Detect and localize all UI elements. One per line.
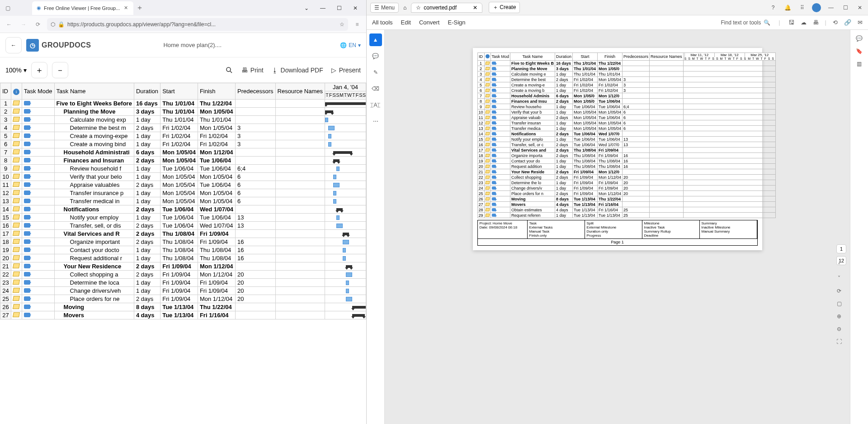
table-row[interactable]: 16Transfer, sell, or dis2 daysTue 1/06/0… [0, 222, 366, 230]
bookmark-icon[interactable]: ☆ [340, 21, 344, 28]
browser-tab[interactable]: ◉ Free Online Viewer | Free Group... ✕ [32, 1, 133, 15]
back-button[interactable]: ← [5, 37, 22, 53]
comment-tool[interactable]: 💬 [369, 50, 382, 62]
table-row[interactable]: 12Transfer insurance p1 dayMon 1/05/04Mo… [0, 189, 366, 197]
language-selector[interactable]: 🌐 EN ▾ [340, 42, 361, 48]
table-row[interactable]: 11Appraise valuables2 daysMon 1/05/04Tue… [0, 181, 366, 189]
table-row[interactable]: 19Contact your docto1 dayThu 1/08/04Thu … [0, 246, 366, 254]
eraser-tool[interactable]: ⌫ [369, 82, 382, 95]
scroll-up-icon[interactable]: ˄ [838, 262, 840, 269]
schedule-icon [492, 170, 496, 173]
table-row[interactable]: 22Collect shopping a2 daysFri 1/09/04Mon… [0, 271, 366, 279]
search-icon[interactable] [225, 66, 233, 74]
table-row[interactable]: 15Notify your employ1 dayTue 1/06/04Tue … [0, 214, 366, 222]
table-row[interactable]: 4Determine the best m2 daysFri 1/02/04Mo… [0, 124, 366, 132]
col-finish[interactable]: Finish [198, 83, 235, 100]
rotate-view-icon[interactable]: ⟳ [837, 288, 841, 294]
logo[interactable]: ◷ GROUPDOCS [26, 39, 91, 52]
col-task-mode[interactable]: Task Mode [22, 83, 54, 100]
close-window-button[interactable]: ✕ [855, 3, 864, 12]
maximize-button[interactable]: ☐ [334, 5, 344, 11]
table-row[interactable]: 2Planning the Move3 daysThu 1/01/04Mon 1… [0, 108, 366, 116]
close-icon[interactable]: ✕ [123, 5, 129, 11]
find-input[interactable]: Find text or tools 🔍 [721, 19, 771, 26]
mail-icon[interactable]: ✉ [858, 19, 863, 26]
zoom-out-button[interactable]: － [52, 62, 68, 78]
forward-button[interactable]: → [18, 19, 29, 30]
star-icon[interactable]: ☆ [416, 5, 421, 11]
apps-icon[interactable]: ⠿ [797, 3, 807, 12]
col-duration[interactable]: Duration [134, 83, 160, 100]
menu-button[interactable]: ☰ Menu [370, 3, 399, 13]
zoom-selector[interactable]: 100% ▾ [5, 67, 27, 74]
home-icon[interactable]: ⌂ [403, 5, 406, 11]
col-predecessors[interactable]: Predecessors [236, 83, 275, 100]
more-tools[interactable]: ⋯ [369, 115, 382, 128]
zoom-in-button[interactable]: ＋ [31, 62, 47, 78]
text-select-tool[interactable]: ⌶A⌶ [369, 99, 382, 111]
col-task-name[interactable]: Task Name [54, 83, 134, 100]
draw-tool[interactable]: ✎ [369, 66, 382, 79]
table-row[interactable]: 17Vital Services and R2 daysThu 1/08/04F… [0, 230, 366, 238]
close-window-button[interactable]: ✕ [350, 5, 361, 11]
fullscreen-icon[interactable]: ⛶ [836, 338, 842, 345]
tab-edit[interactable]: Edit [401, 19, 411, 26]
pdf-canvas[interactable]: ID Task Mod Task Name Duration Start Fin… [385, 30, 850, 424]
fit-page-icon[interactable]: ▢ [837, 300, 842, 307]
col-indicator[interactable]: i [11, 83, 22, 100]
table-row[interactable]: 6Create a moving bind1 dayFri 1/02/04Fri… [0, 140, 366, 148]
bell-icon[interactable]: 🔔 [783, 3, 792, 12]
table-row[interactable]: 27Movers4 daysTue 1/13/04Fri 1/16/04 [0, 311, 366, 319]
print-button[interactable]: 🖶Print [241, 67, 264, 74]
table-row[interactable]: 8Finances and Insuran2 daysMon 1/05/04Tu… [0, 157, 366, 165]
print-icon[interactable]: 🖶 [813, 19, 819, 26]
download-button[interactable]: ⭳Download PDF [272, 67, 323, 74]
table-row[interactable]: 14Notifications2 daysTue 1/06/04Wed 1/07… [0, 205, 366, 214]
present-button[interactable]: ▷Present [331, 67, 361, 74]
table-row[interactable]: 21Your New Residence2 daysFri 1/09/04Mon… [0, 262, 366, 271]
table-row[interactable]: 5Create a moving-expe1 dayFri 1/02/04Fri… [0, 132, 366, 140]
help-icon[interactable]: ? [769, 3, 778, 12]
table-row[interactable]: 7Household Administrati6 daysMon 1/05/04… [0, 148, 366, 157]
table-row[interactable]: 20Request additional r1 dayThu 1/08/04Th… [0, 254, 366, 262]
close-icon[interactable]: ✕ [473, 5, 477, 11]
reload-button[interactable]: ⟳ [33, 19, 43, 30]
table-row[interactable]: 24Change drivers/veh1 dayFri 1/09/04Fri … [0, 287, 366, 295]
zoom-in-icon[interactable]: ⊕ [837, 313, 841, 319]
tab-strip-icon[interactable]: ▢ [5, 5, 10, 11]
gantt-header-date[interactable]: Jan 4, '04 [325, 83, 366, 91]
table-row[interactable]: 9Review household f1 dayTue 1/06/04Tue 1… [0, 165, 366, 173]
create-button[interactable]: ＋ Create [489, 2, 520, 13]
comment-panel-icon[interactable]: 💬 [856, 35, 863, 42]
zoom-out-icon[interactable]: ⊖ [837, 326, 841, 332]
back-button[interactable]: ← [4, 19, 14, 30]
table-row[interactable]: 1Five to Eight Weeks Before16 daysThu 1/… [0, 100, 366, 108]
minimize-button[interactable]: — [317, 5, 328, 11]
table-row[interactable]: 26Moving8 daysTue 1/13/04Thu 1/22/04 [0, 303, 366, 311]
table-row[interactable]: 25Place orders for ne2 daysFri 1/09/04Mo… [0, 295, 366, 303]
table-row[interactable]: 10Verify that your belo1 dayMon 1/05/04M… [0, 173, 366, 181]
tab-all-tools[interactable]: All tools [372, 19, 393, 26]
table-row[interactable]: 3Calculate moving exp1 dayThu 1/01/04Thu… [0, 116, 366, 124]
scroll-down-icon[interactable]: ˅ [838, 275, 840, 281]
chevron-down-icon[interactable]: ⌄ [301, 5, 312, 11]
col-resources[interactable]: Resource Names [275, 83, 325, 100]
pages-panel-icon[interactable]: ▥ [857, 61, 862, 67]
table-row[interactable]: 23Determine the loca1 dayFri 1/09/04Fri … [0, 279, 366, 287]
table-row[interactable]: 13Transfer medical in1 dayMon 1/05/04Mon… [0, 197, 366, 205]
pdf-tab[interactable]: ☆ converted.pdf ✕ [411, 3, 482, 13]
save-icon[interactable]: 🖫 [788, 19, 794, 26]
document-viewer[interactable]: ID i Task Mode Task Name Duration Start … [0, 83, 366, 424]
tab-esign[interactable]: E-Sign [448, 19, 465, 26]
bookmark-panel-icon[interactable]: 🔖 [856, 48, 863, 54]
cloud-icon[interactable]: ☁ [801, 19, 807, 26]
col-id[interactable]: ID [0, 83, 11, 100]
avatar[interactable] [812, 3, 821, 12]
table-row[interactable]: 18Organize important2 daysThu 1/08/04Fri… [0, 238, 366, 246]
tab-convert[interactable]: Convert [419, 19, 440, 26]
url-input[interactable]: ⬡ 🔒 https://products.groupdocs.app/viewe… [47, 18, 348, 31]
new-tab-button[interactable]: ＋ [136, 3, 143, 13]
col-start[interactable]: Start [160, 83, 198, 100]
menu-icon[interactable]: ≡ [352, 19, 363, 30]
select-tool[interactable]: ▲ [369, 33, 382, 46]
